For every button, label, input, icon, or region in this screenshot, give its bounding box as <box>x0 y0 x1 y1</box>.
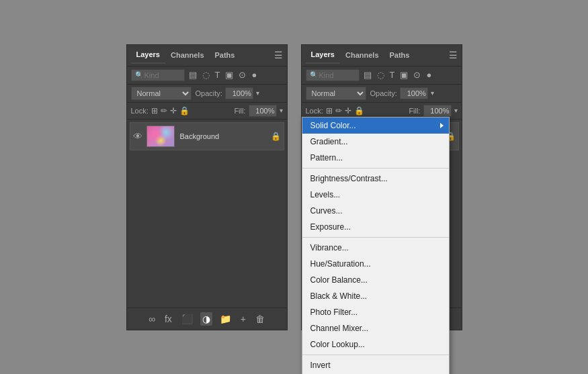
left-panel-footer: ∞ fx ⬛ ◑ 📁 + 🗑 <box>127 308 287 330</box>
left-search-toolbar: 🔍 ▤ ◌ T ▣ ⊙ ● <box>127 66 287 85</box>
left-opacity-chevron[interactable]: ▾ <box>256 89 259 97</box>
right-pixel-icon[interactable]: ◌ <box>376 69 386 81</box>
dropdown-item-gradient[interactable]: Gradient... <box>302 134 449 150</box>
left-lock-label: Lock: <box>131 107 149 115</box>
left-footer-folder-icon[interactable]: 📁 <box>218 312 233 326</box>
left-search-icon: 🔍 <box>135 71 143 79</box>
left-fill-row: Fill: ▾ <box>234 105 282 117</box>
dropdown-item-levels[interactable]: Levels... <box>302 187 449 203</box>
dropdown-sep-3 <box>302 355 449 355</box>
left-fill-chevron[interactable]: ▾ <box>280 107 283 114</box>
left-lock-row: Lock: ⊞ ✏ ✛ 🔒 Fill: ▾ <box>127 103 287 120</box>
left-circle-icon[interactable]: ● <box>250 69 258 81</box>
right-opacity-input[interactable] <box>400 87 428 99</box>
left-opacity-label: Opacity: <box>196 89 222 97</box>
right-lock-transparent-icon[interactable]: ⊞ <box>326 106 333 115</box>
left-search-box[interactable]: 🔍 <box>131 69 185 81</box>
dropdown-item-color-lookup[interactable]: Color Lookup... <box>302 336 449 353</box>
right-search-box[interactable]: 🔍 <box>306 69 360 81</box>
left-fill-input[interactable] <box>249 105 277 117</box>
right-circle-icon[interactable]: ● <box>425 69 433 81</box>
left-layers-content: 👁 Background 🔒 <box>127 120 287 308</box>
right-tab-paths[interactable]: Paths <box>384 47 415 63</box>
dropdown-item-brightness[interactable]: Brightness/Contrast... <box>302 171 449 187</box>
left-layer-visibility-icon[interactable]: 👁 <box>133 131 142 142</box>
right-lock-image-icon[interactable]: ✏ <box>335 106 342 115</box>
left-footer-mask-icon[interactable]: ⬛ <box>179 312 195 326</box>
left-opacity-input[interactable] <box>225 87 253 99</box>
panels-container: Layers Channels Paths ☰ 🔍 ▤ ◌ T ▣ ⊙ ● No… <box>126 44 462 330</box>
right-blend-row: Normal Opacity: ▾ Solid Color... Gradien… <box>302 85 462 103</box>
left-fill-label: Fill: <box>234 107 245 115</box>
left-shape-icon[interactable]: ▣ <box>224 69 235 81</box>
left-footer-new-icon[interactable]: + <box>239 312 248 326</box>
right-search-toolbar: 🔍 ▤ ◌ T ▣ ⊙ ● <box>302 66 462 85</box>
cursor-indicator <box>440 123 444 128</box>
right-search-icon: 🔍 <box>310 71 318 79</box>
right-opacity-label: Opacity: <box>370 89 397 97</box>
left-lock-position-icon[interactable]: ✛ <box>170 106 177 115</box>
left-footer-adjustment-icon[interactable]: ◑ <box>200 312 212 326</box>
left-tab-paths[interactable]: Paths <box>210 47 241 63</box>
right-panel-tabs: Layers Channels Paths ☰ <box>302 45 462 66</box>
right-fill-input[interactable] <box>423 105 452 117</box>
dropdown-item-vibrance[interactable]: Vibrance... <box>302 240 449 256</box>
left-blend-select[interactable]: Normal <box>131 87 192 100</box>
dropdown-item-black-white[interactable]: Black & White... <box>302 288 449 304</box>
left-smart-icon[interactable]: ⊙ <box>237 69 247 81</box>
right-lock-position-icon[interactable]: ✛ <box>345 106 351 115</box>
left-layer-lock-icon: 🔒 <box>271 132 281 141</box>
left-lock-transparent-icon[interactable]: ⊞ <box>151 106 158 115</box>
left-pixel-icon[interactable]: ◌ <box>201 69 211 81</box>
right-text-icon[interactable]: T <box>388 69 396 81</box>
dropdown-sep-2 <box>302 237 449 238</box>
left-tab-channels[interactable]: Channels <box>165 47 210 63</box>
right-lock-label: Lock: <box>306 107 323 115</box>
left-text-icon[interactable]: T <box>214 69 222 81</box>
left-panel-tabs: Layers Channels Paths ☰ <box>127 45 287 66</box>
right-blend-select[interactable]: Normal <box>306 87 366 100</box>
left-lock-image-icon[interactable]: ✏ <box>161 106 167 115</box>
right-opacity-row: Opacity: ▾ <box>370 87 434 99</box>
dropdown-item-color-balance[interactable]: Color Balance... <box>302 272 449 288</box>
right-search-input[interactable] <box>319 71 353 79</box>
left-opacity-row: Opacity: ▾ <box>196 87 259 99</box>
right-tab-channels[interactable]: Channels <box>340 47 384 63</box>
left-layer-type-icon[interactable]: ▤ <box>187 69 198 81</box>
right-fill-chevron[interactable]: ▾ <box>454 107 458 114</box>
left-footer-trash-icon[interactable]: 🗑 <box>253 312 267 326</box>
left-panel-menu-icon[interactable]: ☰ <box>274 50 283 60</box>
right-opacity-chevron[interactable]: ▾ <box>431 89 434 97</box>
right-fill-row: Fill: ▾ <box>409 105 457 117</box>
right-shape-icon[interactable]: ▣ <box>398 69 409 81</box>
right-layer-type-icon[interactable]: ▤ <box>362 69 373 81</box>
left-layer-thumb-inner <box>147 126 174 146</box>
dropdown-item-photo-filter[interactable]: Photo Filter... <box>302 304 449 320</box>
dropdown-item-exposure[interactable]: Exposure... <box>302 219 449 235</box>
right-lock-all-icon[interactable]: 🔒 <box>354 106 364 115</box>
right-panel: Layers Channels Paths ☰ 🔍 ▤ ◌ T ▣ ⊙ ● No… <box>301 44 462 330</box>
left-panel: Layers Channels Paths ☰ 🔍 ▤ ◌ T ▣ ⊙ ● No… <box>126 44 288 330</box>
dropdown-item-invert[interactable]: Invert <box>302 357 449 373</box>
right-smart-icon[interactable]: ⊙ <box>412 69 422 81</box>
left-lock-all-icon[interactable]: 🔒 <box>179 106 190 115</box>
left-search-input[interactable] <box>144 71 178 79</box>
right-panel-menu-icon[interactable]: ☰ <box>449 50 458 60</box>
adjustment-dropdown-menu: Solid Color... Gradient... Pattern... Br… <box>302 117 450 375</box>
dropdown-item-pattern[interactable]: Pattern... <box>302 150 449 166</box>
dropdown-item-channel-mixer[interactable]: Channel Mixer... <box>302 320 449 336</box>
left-layer-name: Background <box>180 132 268 140</box>
left-footer-fx-icon[interactable]: fx <box>163 312 174 326</box>
left-footer-link-icon[interactable]: ∞ <box>146 312 157 326</box>
dropdown-sep-1 <box>302 168 449 169</box>
left-layer-thumb <box>146 126 175 147</box>
right-fill-label: Fill: <box>409 107 420 115</box>
dropdown-item-solid-color[interactable]: Solid Color... <box>302 118 449 134</box>
dropdown-item-hue-saturation[interactable]: Hue/Saturation... <box>302 256 449 272</box>
dropdown-item-curves[interactable]: Curves... <box>302 203 449 219</box>
left-blend-row: Normal Opacity: ▾ <box>127 85 287 103</box>
left-tab-layers[interactable]: Layers <box>131 46 165 64</box>
left-layer-background[interactable]: 👁 Background 🔒 <box>130 122 284 150</box>
right-tab-layers[interactable]: Layers <box>306 46 340 64</box>
